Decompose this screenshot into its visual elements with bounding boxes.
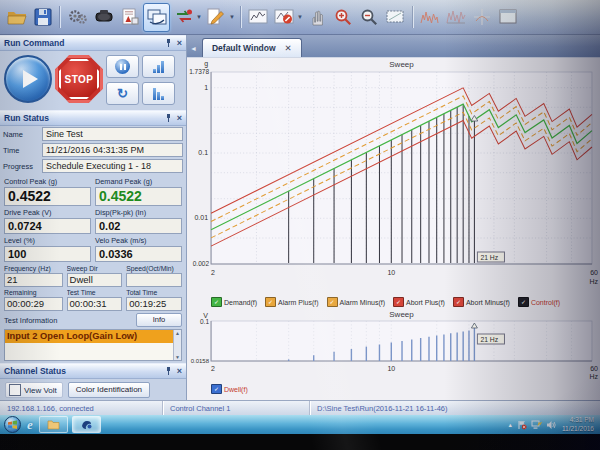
box-select-icon[interactable] <box>383 4 408 31</box>
legend-label: Alarm Minus(f) <box>340 299 386 306</box>
close-icon[interactable]: × <box>177 114 182 123</box>
view-volt-checkbox[interactable] <box>9 384 21 396</box>
window-icon[interactable] <box>496 4 521 31</box>
svg-text:60: 60 <box>590 365 598 372</box>
dropdown-arrow-icon[interactable]: ▼ <box>196 14 202 20</box>
view-volt-toggle[interactable]: View Volt <box>5 382 63 398</box>
content: Run Command × STOP ↻ <box>0 35 600 400</box>
report-icon[interactable] <box>117 4 142 31</box>
edit-icon[interactable] <box>204 4 229 31</box>
import-export-icon[interactable] <box>171 4 196 31</box>
stat-value: 0.4522 <box>4 187 91 206</box>
stop-button[interactable]: STOP <box>55 55 103 103</box>
tray-expand-icon[interactable]: ▲ <box>507 422 512 428</box>
stop-label: STOP <box>64 74 93 85</box>
color-identification-button[interactable]: Color Identification <box>68 382 150 398</box>
svg-text:0.1: 0.1 <box>200 318 209 325</box>
field-row: ProgressSchedule Executing 1 - 18 <box>0 158 186 174</box>
legend-checkbox[interactable]: ✓ <box>518 297 529 307</box>
cursor-cross-icon[interactable] <box>470 4 495 31</box>
play-icon <box>23 70 38 88</box>
field-cell: Remaining00:00:29 <box>4 289 63 311</box>
dropdown-arrow-icon[interactable]: ▼ <box>297 14 303 20</box>
pan-hand-icon[interactable] <box>305 4 330 31</box>
start-button[interactable] <box>4 416 21 433</box>
legend-item: ✓Alarm Plus(f) <box>265 297 318 307</box>
alarm-limit-icon[interactable] <box>272 4 297 31</box>
field-cell: Speed(Oct/Min) <box>126 265 182 287</box>
legend-checkbox[interactable]: ✓ <box>265 297 276 307</box>
speaker-icon[interactable] <box>546 420 556 430</box>
pin-icon[interactable] <box>165 39 172 48</box>
field-cell: Total Time00:19:25 <box>126 289 182 311</box>
dropdown-arrow-icon[interactable]: ▼ <box>229 14 235 20</box>
tab-default-window[interactable]: Default Window ✕ <box>202 38 302 57</box>
spectrum-red-icon[interactable] <box>418 4 443 31</box>
resume-button[interactable]: ↻ <box>106 82 139 105</box>
pin-icon[interactable] <box>165 114 172 123</box>
svg-text:Hz: Hz <box>589 278 598 285</box>
field-row: Time11/21/2016 04:31:35 PM <box>0 142 186 158</box>
tab-close-icon[interactable]: ✕ <box>285 43 292 53</box>
svg-text:0.002: 0.002 <box>193 260 210 267</box>
connection-status: 192.168.1.166, connected <box>0 401 163 415</box>
svg-text:Hz: Hz <box>589 373 598 380</box>
taskbar-clock[interactable]: 4:31 PM 11/21/2016 <box>562 416 594 433</box>
action-center-flag-icon[interactable] <box>517 420 527 430</box>
app-edm-icon <box>80 419 93 430</box>
svg-text:g: g <box>204 60 208 68</box>
close-icon[interactable]: × <box>177 39 182 48</box>
run-status-stats: Control Peak (g)0.4522Demand Peak (g)0.4… <box>0 174 186 263</box>
taskbar-app-button[interactable] <box>39 416 68 433</box>
svg-text:2: 2 <box>211 269 215 276</box>
toolbar-separator <box>412 6 414 28</box>
info-button[interactable]: Info <box>136 313 182 327</box>
field-value: 00:00:29 <box>4 297 63 311</box>
internet-explorer-icon[interactable]: e <box>27 418 33 431</box>
svg-text:1.7378: 1.7378 <box>189 68 209 75</box>
stat-cell: Demand Peak (g)0.4522 <box>95 176 182 206</box>
legend-checkbox[interactable]: ✓ <box>211 384 222 394</box>
field-value <box>126 273 182 287</box>
main-area: ◄ Default Window ✕ 21 HzSweepg1.737810.1… <box>187 35 600 400</box>
zoom-out-icon[interactable] <box>357 4 382 31</box>
legend-checkbox[interactable]: ✓ <box>393 297 404 307</box>
hardware-icon[interactable] <box>91 4 116 31</box>
legend-item: ✓Alarm Minus(f) <box>327 297 386 307</box>
legend-checkbox[interactable]: ✓ <box>453 297 464 307</box>
sweep-drive-chart: 21 HzSweepV0.10.015821060Hz <box>187 309 600 383</box>
pin-icon[interactable] <box>165 367 172 376</box>
settings-gears-icon[interactable] <box>65 4 90 31</box>
run-button[interactable] <box>4 55 52 103</box>
field-label: Total Time <box>126 289 182 297</box>
alert-scrollbar[interactable]: ▲▼ <box>173 330 181 360</box>
pause-button[interactable] <box>106 55 139 78</box>
field-value: 00:00:31 <box>67 297 123 311</box>
legend-checkbox[interactable]: ✓ <box>327 297 338 307</box>
level-up-button[interactable] <box>142 55 175 78</box>
level-down-button[interactable] <box>142 82 175 105</box>
open-file-icon[interactable] <box>4 4 29 31</box>
stat-cell: Level (%)100 <box>4 235 91 262</box>
network-icon[interactable] <box>531 420 542 430</box>
stat-value: 100 <box>4 246 91 262</box>
run-status-header: Run Status × <box>0 110 186 126</box>
legend-label: Dwell(f) <box>224 386 248 393</box>
legend-label: Abort Minus(f) <box>466 299 510 306</box>
legend-item: ✓Control(f) <box>518 297 560 307</box>
svg-text:21 Hz: 21 Hz <box>480 254 498 261</box>
new-window-icon[interactable] <box>143 3 170 32</box>
field-label: Time <box>3 146 39 155</box>
spectrum-multi-icon[interactable] <box>444 4 469 31</box>
zoom-in-icon[interactable] <box>331 4 356 31</box>
legend-checkbox[interactable]: ✓ <box>211 297 222 307</box>
field-value: 21 <box>4 273 63 287</box>
tab-scroll-left-icon[interactable]: ◄ <box>190 45 197 52</box>
close-icon[interactable]: × <box>177 367 182 376</box>
legend-label: Abort Plus(f) <box>406 299 445 306</box>
taskbar-app-button-active[interactable] <box>72 416 101 433</box>
stat-label: Velo Peak (m/s) <box>95 235 182 246</box>
run-status-times-row: Remaining00:00:29Test Time00:00:31Total … <box>0 287 186 311</box>
save-icon[interactable] <box>30 4 55 31</box>
chart-icon[interactable] <box>246 4 271 31</box>
